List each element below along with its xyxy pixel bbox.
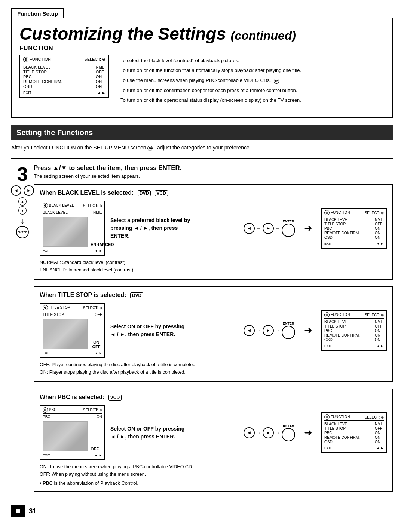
right-btn: ►: [263, 223, 274, 234]
vcd-badge-bl: VCD: [155, 190, 168, 196]
rb2-icon: ⊕: [324, 312, 330, 317]
large-arrow-bl: ➜: [304, 222, 312, 234]
ts-right-btn: ►: [263, 325, 274, 336]
pbc-section: When PBC is selected: VCD ⊕ PBC SELECT: …: [34, 389, 393, 492]
pbc-screen-label: OFF: [91, 447, 99, 451]
pbc-enter-label: ENTER: [282, 424, 295, 428]
pbc-icon: ⊕: [43, 407, 48, 413]
bl-screen-label: ENHANCED: [91, 242, 114, 247]
ts-seq-arrow1: →: [256, 328, 261, 333]
step-number-col: 3 ◄ ► ▲ ▼ ↓ ENTER: [11, 164, 34, 238]
ts-screen-image: [43, 319, 88, 349]
function-setup-tab: Function Setup: [11, 7, 393, 18]
enter-circle-ts: [282, 326, 295, 339]
left-btn: ◄: [244, 223, 255, 234]
vcd-badge-pbc: VCD: [108, 395, 122, 401]
divider: [11, 158, 393, 159]
dvd-badge-bl: DVD: [138, 190, 151, 196]
enter-circle-pbc: [282, 428, 295, 441]
pbc-notes: ON: To use the menu screen when playing …: [40, 463, 387, 478]
pbc-right-btn: ►: [263, 427, 274, 438]
step-sub: The setting screen of your selected item…: [34, 173, 393, 179]
enter-circle-step: ENTER: [16, 226, 29, 238]
bl-icon: ⊕: [43, 203, 48, 208]
circle-16: 16: [274, 79, 279, 84]
page-number-rect: ■: [11, 505, 25, 517]
rb1-icon: ⊕: [324, 210, 330, 215]
black-level-title: When BLACK LEVEL is selected: DVD VCD: [40, 189, 387, 196]
pbc-seq-arrow2: →: [275, 430, 280, 435]
black-level-section: When BLACK LEVEL is selected: DVD VCD ⊕ …: [34, 184, 393, 280]
rb3-icon: ⊕: [324, 414, 330, 420]
ts-enter-btn: ENTER: [282, 322, 295, 339]
row-label-5: OSD: [23, 84, 93, 89]
bl-screen-image: [43, 217, 88, 247]
function-menu-footer: EXIT ◄ ►: [23, 91, 105, 95]
function-menu-header: ⊕ FUNCTION SELECT: ⊕: [23, 57, 105, 63]
pbc-title: When PBC is selected: VCD: [40, 394, 387, 401]
dvd-badge-ts: DVD: [130, 292, 143, 298]
arrow-desc-4: To turn on or off the confirmation beepe…: [120, 86, 301, 95]
pbc-screen-image: [43, 421, 88, 451]
setting-functions-header: Setting the Functions: [11, 125, 393, 140]
function-menu-box: ⊕ FUNCTION SELECT: ⊕ BLACK LEVEL NML. TI…: [19, 55, 109, 98]
bl-instruction: Select a preferred black level by pressi…: [110, 216, 238, 240]
pbc-instruction: Select ON or OFF by pressing ◄ / ►, then…: [110, 425, 238, 441]
ts-icon: ⊕: [43, 305, 48, 310]
bl-arrow-sequence: ◄ → ► → ENTER: [244, 219, 295, 237]
main-content-box: Customizing the Settings (continued) FUN…: [11, 18, 393, 118]
circle-28: 28: [147, 146, 153, 151]
ts-left-btn: ◄: [244, 325, 255, 336]
row-label-1: BLACK LEVEL: [23, 65, 93, 69]
intro-text: After you select FUNCTION on the SET UP …: [11, 145, 393, 151]
up-arrow-circle: ▲: [18, 197, 27, 206]
large-arrow-ts: ➜: [304, 325, 312, 336]
pbc-arrow-sequence: ◄ → ► → ENTER: [244, 424, 295, 441]
large-arrow-pbc: ➜: [304, 427, 312, 438]
arrow-desc-5: To turn on or off the operational status…: [120, 96, 301, 105]
section-title-function: FUNCTION: [19, 45, 385, 52]
pbc-screen-box: ⊕ PBC SELECT: ⊕ PBC ON: [40, 405, 105, 460]
pbc-content: ⊕ PBC SELECT: ⊕ PBC ON: [40, 405, 387, 460]
title-stop-section: When TITLE STOP is selected: DVD ⊕ TITLE…: [34, 286, 393, 382]
arrow-desc-1: To select the black level (contrast) of …: [120, 56, 301, 66]
step-number: 3: [11, 164, 34, 184]
page-footer: ■ 31: [11, 505, 393, 517]
row-value-5: ON: [96, 84, 105, 89]
ts-result-box: ⊕ FUNCTION SELECT: ⊕ BLACK LEVEL NML. TI…: [321, 310, 387, 351]
seq-arrow2: →: [275, 225, 280, 231]
ts-arrow-sequence: ◄ → ► → ENTER: [244, 322, 295, 339]
arrow-desc-3: To use the menu screens when playing PBC…: [120, 76, 301, 85]
black-level-content: ⊕ BLACK LEVEL SELECT: ⊕ BLACK LEVEL NML.: [40, 201, 387, 256]
step-instruction: Press ▲/▼ to select the item, then press…: [34, 164, 393, 172]
arrow-desc-2: To turn on or off the function that auto…: [120, 66, 301, 75]
row-value-4: ON: [96, 79, 105, 84]
title-stop-screen-box: ⊕ TITLE STOP SELECT: ⊕ TITLE STOP OFF: [40, 303, 105, 358]
step-row: 3 ◄ ► ▲ ▼ ↓ ENTER Press ▲/▼ to select th…: [11, 164, 393, 499]
enter-btn: ENTER: [282, 219, 295, 237]
pbc-seq-arrow1: →: [256, 430, 261, 435]
enter-label: ENTER: [282, 219, 295, 223]
pbc-enter-btn: ENTER: [282, 424, 295, 441]
pbc-left-btn: ◄: [244, 427, 255, 438]
seq-arrow1: →: [256, 225, 261, 231]
menu-icon: ⊕: [23, 57, 28, 62]
ts-instruction: Select ON or OFF by pressing ◄ / ►, then…: [110, 323, 238, 338]
right-arrow-circle: ►: [24, 185, 34, 196]
page-number: 31: [29, 507, 36, 515]
title-stop-content: ⊕ TITLE STOP SELECT: ⊕ TITLE STOP OFF: [40, 303, 387, 358]
ts-seq-arrow2: →: [275, 328, 280, 333]
ts-screen-label: ON OFF: [91, 340, 102, 349]
ts-enter-label: ENTER: [282, 322, 295, 325]
row-value-3: ON: [96, 75, 105, 79]
down-arrow-large: ↓: [21, 216, 25, 226]
left-arrow-circle: ◄: [11, 185, 21, 196]
ts-notes: OFF: Player continues playing the disc a…: [40, 361, 387, 376]
row-label-2: TITLE STOP: [23, 70, 93, 74]
pbc-bullet-note: • PBC is the abbreviation of Playback Co…: [40, 480, 387, 486]
row-label-4: REMOTE CONFIRM.: [23, 79, 93, 84]
row-value-1: NML.: [96, 65, 105, 69]
pbc-result-box: ⊕ FUNCTION SELECT: ⊕ BLACK LEVEL NML. TI…: [321, 412, 387, 453]
bl-result-box: ⊕ FUNCTION SELECT: ⊕ BLACK LEVEL NML. TI…: [321, 208, 387, 249]
step-content: Press ▲/▼ to select the item, then press…: [34, 164, 393, 499]
